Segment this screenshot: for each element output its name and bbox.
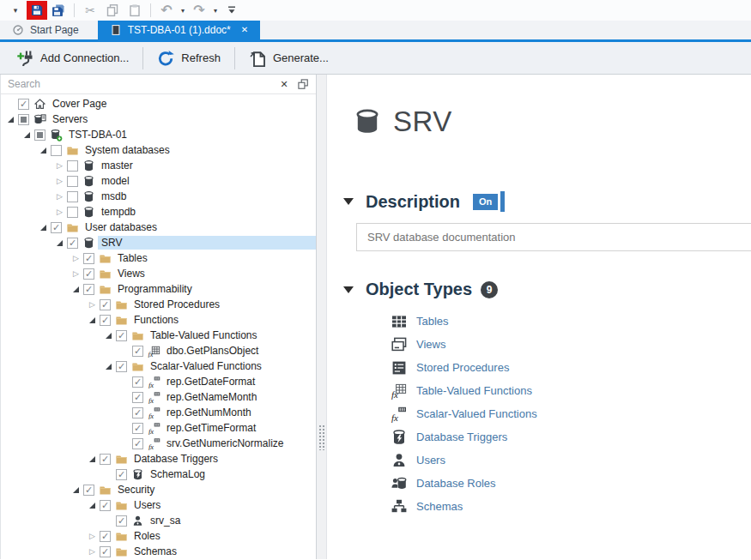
undo-button[interactable]: ↶ <box>155 1 178 20</box>
expander-collapsed-icon[interactable]: ▷ <box>86 530 99 543</box>
collapse-triangle-icon[interactable] <box>343 198 354 205</box>
checkbox-checked[interactable]: ✓ <box>18 99 29 110</box>
tree-item-table-valued-functions[interactable]: ✓Table-Valued Functions <box>1 328 316 343</box>
checkbox-checked[interactable]: ✓ <box>116 330 127 341</box>
expander-collapsed-icon[interactable]: ▷ <box>86 545 99 558</box>
checkbox-unchecked[interactable] <box>67 176 78 187</box>
object-type-link[interactable]: Schemas <box>416 500 463 513</box>
object-type-link[interactable]: Views <box>416 338 445 351</box>
checkbox-unchecked[interactable] <box>51 145 62 156</box>
expander-collapsed-icon[interactable]: ▷ <box>53 206 66 219</box>
checkbox-checked[interactable]: ✓ <box>100 299 111 310</box>
checkbox-checked[interactable]: ✓ <box>116 515 127 527</box>
tree-item-tables[interactable]: ▷✓Tables <box>1 250 316 266</box>
object-type-link[interactable]: Database Roles <box>416 477 496 490</box>
undo-dropdown-button[interactable]: ▾ <box>178 7 188 15</box>
tree-item-rep-getnummonth[interactable]: ✓fxrep.GetNumMonth <box>1 405 316 420</box>
tree-item-security[interactable]: ✓Security <box>1 482 316 497</box>
redo-dropdown-button[interactable]: ▾ <box>210 7 221 15</box>
object-type-link[interactable]: Tables <box>416 315 449 328</box>
tree-item-schemalog[interactable]: ✓SchemaLog <box>1 467 316 482</box>
tree-item-roles[interactable]: ▷✓Roles <box>1 528 316 544</box>
checkbox-checked[interactable]: ✓ <box>83 253 94 264</box>
expander-expanded-icon[interactable] <box>53 237 66 250</box>
checkbox-checked[interactable]: ✓ <box>132 438 143 449</box>
checkbox-checked[interactable]: ✓ <box>67 238 78 249</box>
expander-expanded-icon[interactable] <box>70 484 82 497</box>
customize-toolbar-button[interactable]: ▾ <box>4 1 27 20</box>
expander-expanded-icon[interactable] <box>70 283 82 296</box>
copy-button[interactable] <box>101 1 124 20</box>
refresh-button[interactable]: Refresh <box>146 45 232 71</box>
tree-item-msdb[interactable]: ▷msdb <box>1 189 316 204</box>
checkbox-checked[interactable]: ✓ <box>100 546 111 557</box>
checkbox-indeterminate[interactable] <box>18 114 29 125</box>
expander-expanded-icon[interactable] <box>102 329 115 342</box>
tab-document[interactable]: TST-DBA-01 (1).ddoc* ✕ <box>98 21 260 39</box>
dock-panes-button[interactable] <box>295 76 311 92</box>
tree-item-users[interactable]: ✓Users <box>1 497 316 513</box>
expander-expanded-icon[interactable] <box>37 144 50 157</box>
tree-item-views[interactable]: ▷✓Views <box>1 266 316 281</box>
expander-collapsed-icon[interactable]: ▷ <box>70 268 82 280</box>
tree-item-cover-page[interactable]: ✓Cover Page <box>1 96 316 111</box>
tree-item-master[interactable]: ▷master <box>1 158 316 173</box>
checkbox-unchecked[interactable] <box>67 191 78 202</box>
panel-splitter[interactable] <box>317 75 327 559</box>
search-clear-button[interactable]: ✕ <box>276 76 292 92</box>
redo-button[interactable]: ↷ <box>188 1 210 20</box>
expander-collapsed-icon[interactable]: ▷ <box>53 190 66 203</box>
expander-expanded-icon[interactable] <box>37 221 50 234</box>
tree-item-database-triggers[interactable]: ✓Database Triggers <box>1 451 316 467</box>
checkbox-checked[interactable]: ✓ <box>132 346 143 357</box>
tab-start-page[interactable]: Start Page <box>0 21 91 39</box>
tree-item-scalar-valued-functions[interactable]: ✓Scalar-Valued Functions <box>1 358 316 374</box>
add-connection-button[interactable]: Add Connection... <box>5 45 140 71</box>
expander-collapsed-icon[interactable]: ▷ <box>86 298 99 311</box>
tree-item-rep-gettimeformat[interactable]: ✓fxrep.GetTimeFormat <box>1 420 316 436</box>
tree-item-programmability[interactable]: ✓Programmability <box>1 281 316 297</box>
tree-item-servers[interactable]: Servers <box>1 111 316 127</box>
checkbox-checked[interactable]: ✓ <box>83 284 94 295</box>
tree-item-model[interactable]: ▷model <box>1 173 316 189</box>
tree-item-rep-getdateformat[interactable]: ✓fxrep.GetDateFormat <box>1 374 316 389</box>
expander-expanded-icon[interactable] <box>102 360 115 373</box>
tree-item-user-databases[interactable]: ✓User databases <box>1 220 316 235</box>
search-input[interactable] <box>8 78 273 90</box>
checkbox-checked[interactable]: ✓ <box>116 361 127 372</box>
tree-item-srv-getnumericnormalize[interactable]: ✓fxsrv.GetNumericNormalize <box>1 436 316 451</box>
expander-expanded-icon[interactable] <box>86 499 99 512</box>
paste-button[interactable] <box>124 1 146 20</box>
generate-button[interactable]: Generate... <box>238 45 340 71</box>
expander-expanded-icon[interactable] <box>86 314 99 327</box>
toolbar-overflow-button[interactable] <box>221 1 243 20</box>
description-input[interactable] <box>356 223 751 251</box>
tree-item-functions[interactable]: ✓Functions <box>1 312 316 328</box>
object-type-link[interactable]: Table-Valued Functions <box>416 384 532 397</box>
checkbox-checked[interactable]: ✓ <box>83 268 94 280</box>
checkbox-checked[interactable]: ✓ <box>100 315 111 326</box>
expander-expanded-icon[interactable] <box>4 113 17 126</box>
object-type-link[interactable]: Stored Procedures <box>416 361 509 374</box>
expander-expanded-icon[interactable] <box>86 453 99 466</box>
object-type-link[interactable]: Users <box>416 454 445 467</box>
checkbox-checked[interactable]: ✓ <box>132 392 143 403</box>
object-type-link[interactable]: Scalar-Valued Functions <box>416 407 537 420</box>
tree-item-schemas[interactable]: ▷✓Schemas <box>1 544 316 559</box>
checkbox-checked[interactable]: ✓ <box>132 407 143 418</box>
checkbox-checked[interactable]: ✓ <box>116 469 127 480</box>
checkbox-unchecked[interactable] <box>67 207 78 218</box>
collapse-triangle-icon[interactable] <box>343 286 354 293</box>
checkbox-checked[interactable]: ✓ <box>100 454 111 465</box>
cut-button[interactable]: ✂ <box>79 1 101 20</box>
checkbox-checked[interactable]: ✓ <box>100 500 111 511</box>
checkbox-checked[interactable]: ✓ <box>132 376 143 388</box>
tree-item-tst-dba-01[interactable]: TST-DBA-01 <box>1 127 316 142</box>
checkbox-indeterminate[interactable] <box>34 129 45 141</box>
tree-item-srv[interactable]: ✓SRV <box>1 235 316 250</box>
checkbox-unchecked[interactable] <box>67 160 78 172</box>
checkbox-checked[interactable]: ✓ <box>83 485 94 496</box>
object-type-link[interactable]: Database Triggers <box>416 431 507 443</box>
description-toggle[interactable]: On <box>473 191 505 212</box>
save-all-button[interactable] <box>47 1 70 20</box>
